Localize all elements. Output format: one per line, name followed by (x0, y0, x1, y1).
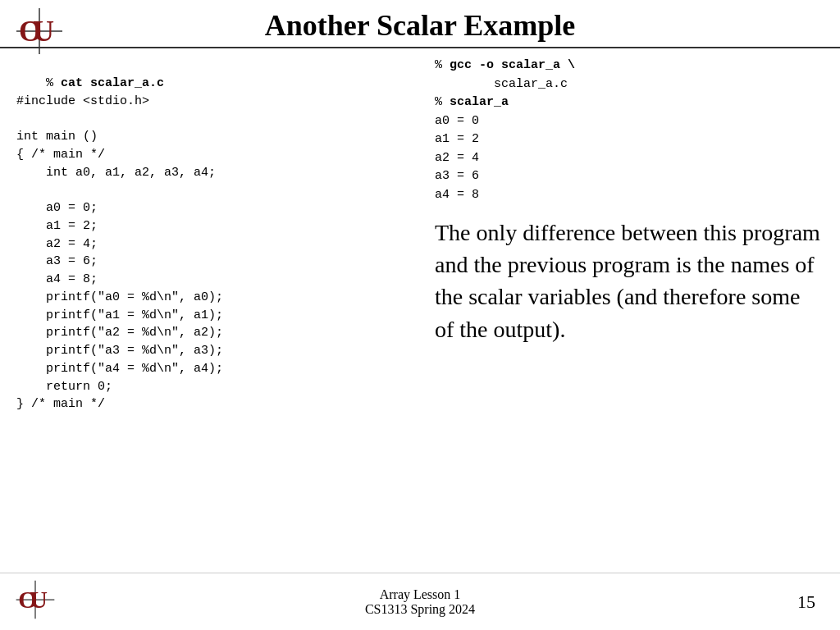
output: a0 = 0 a1 = 2 a2 = 4 a3 = 6 a4 = 8 (435, 114, 479, 202)
right-description: The only difference between this program… (435, 217, 824, 345)
run-prefix: % (435, 95, 450, 109)
left-code-body: #include <stdio.h> int main () { /* main… (16, 94, 223, 412)
svg-text:U: U (30, 586, 48, 613)
run-cmd: scalar_a (450, 95, 509, 109)
svg-text:U: U (33, 15, 54, 48)
right-compile-section: % gcc -o scalar_a \ scalar_a.c % scalar_… (435, 57, 824, 204)
compile-prefix: % (435, 58, 450, 72)
main-content: % cat scalar_a.c #include <stdio.h> int … (0, 48, 840, 514)
footer-course: CS1313 Spring 2024 (365, 602, 475, 617)
left-code-cat-cmd: cat scalar_a.c (61, 76, 164, 90)
footer-lesson: Array Lesson 1 (365, 587, 475, 602)
left-panel: % cat scalar_a.c #include <stdio.h> int … (16, 57, 418, 506)
compile-cmd: gcc -o scalar_a \ (450, 58, 575, 72)
footer: O U Array Lesson 1 CS1313 Spring 2024 15 (0, 573, 840, 630)
compile-line2: scalar_a.c (435, 77, 568, 91)
logo-top: O U (15, 7, 64, 59)
footer-center: Array Lesson 1 CS1313 Spring 2024 (365, 587, 475, 617)
footer-page-number: 15 (797, 591, 815, 613)
right-panel: % gcc -o scalar_a \ scalar_a.c % scalar_… (435, 57, 824, 506)
header: O U Another Scalar Example (0, 0, 840, 48)
page-title: Another Scalar Example (265, 8, 576, 43)
footer-logo: O U (15, 579, 56, 623)
left-code-prefix-1: % (46, 76, 61, 90)
